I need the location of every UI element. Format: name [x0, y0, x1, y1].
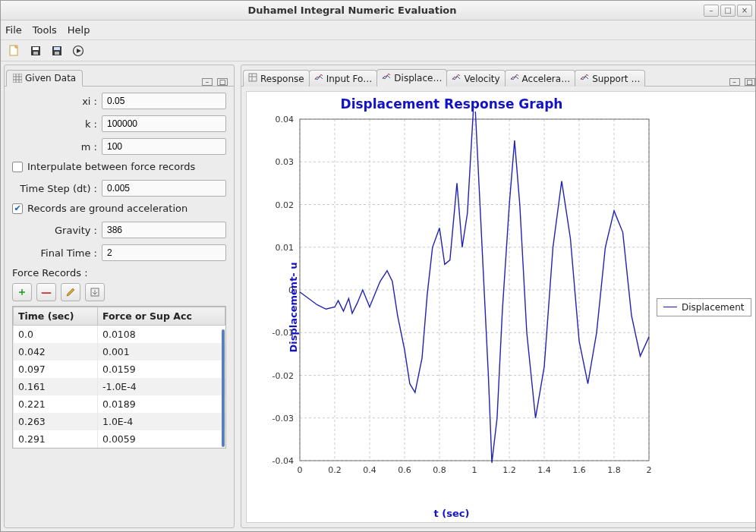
content-area: Given Data – □ xi : k : m : — [1, 61, 755, 531]
table-cell: 0.221 — [14, 395, 98, 413]
save-icon[interactable] — [28, 43, 43, 58]
import-icon — [90, 287, 100, 297]
table-scrollbar[interactable] — [222, 329, 225, 447]
menu-help[interactable]: Help — [68, 24, 90, 36]
gravity-label: Gravity : — [12, 225, 102, 236]
tab-response[interactable]: Response — [243, 70, 310, 87]
svg-text:0.02: 0.02 — [276, 200, 295, 210]
menu-tools[interactable]: Tools — [33, 24, 57, 36]
tab-displace-[interactable]: Displace… — [376, 69, 447, 87]
chart-tab-icon — [314, 73, 323, 84]
final-time-input[interactable] — [102, 244, 226, 261]
given-data-body: xi : k : m : Interpulate between force r… — [5, 87, 234, 527]
tab-support-[interactable]: Support … — [575, 70, 645, 87]
tab-label: Support … — [592, 74, 640, 84]
records-button-row: ＋ — — [12, 283, 226, 301]
tab-label: Response — [260, 74, 304, 84]
chart-tab-icon — [580, 73, 589, 84]
dt-input[interactable] — [102, 180, 226, 197]
maximize-panel-icon[interactable]: □ — [217, 78, 228, 86]
menubar: File Tools Help — [1, 20, 755, 40]
left-tabstrip: Given Data – □ — [5, 65, 234, 87]
ground-accel-label: Records are ground acceleration — [27, 203, 187, 214]
force-records-label: Force Records : — [12, 267, 226, 279]
legend-swatch — [663, 307, 677, 307]
tab-given-data[interactable]: Given Data — [6, 70, 83, 87]
table-cell: 0.291 — [14, 430, 98, 448]
table-cell: 1.0E-4 — [97, 413, 225, 430]
svg-text:0.6: 0.6 — [398, 465, 411, 475]
col-force[interactable]: Force or Sup Acc — [97, 307, 225, 326]
chart-xlabel: t (sec) — [247, 508, 657, 519]
k-label: k : — [12, 118, 102, 130]
table-row[interactable]: 0.0420.001 — [14, 343, 225, 360]
chart-title: Displacement Response Graph — [247, 96, 657, 112]
tab-velocity[interactable]: Velocity — [446, 70, 505, 87]
ground-accel-checkbox[interactable]: ✔ — [12, 203, 23, 214]
tab-given-data-label: Given Data — [25, 73, 76, 83]
svg-text:1.4: 1.4 — [537, 465, 551, 475]
maximize-button[interactable]: □ — [720, 5, 736, 17]
legend-label: Displacement — [682, 302, 745, 313]
pencil-icon — [65, 287, 76, 297]
minimize-panel-icon[interactable]: – — [202, 78, 213, 86]
table-cell: 0.263 — [14, 413, 98, 430]
svg-rect-8 — [13, 74, 22, 83]
dt-label: Time Step (dt) : — [12, 183, 102, 194]
new-file-icon[interactable] — [7, 43, 22, 58]
given-data-panel: Given Data – □ xi : k : m : — [4, 65, 235, 528]
remove-record-button[interactable]: — — [36, 283, 56, 301]
interpolate-checkbox[interactable] — [12, 162, 23, 172]
tab-label: Input Fo… — [326, 74, 373, 84]
import-record-button[interactable] — [85, 283, 105, 301]
table-row[interactable]: 0.2910.0059 — [14, 430, 225, 448]
tab-input-fo-[interactable]: Input Fo… — [309, 70, 378, 87]
xi-input[interactable] — [102, 93, 226, 109]
chart-tab-icon — [248, 73, 257, 84]
k-input[interactable] — [102, 115, 226, 132]
table-row[interactable]: 0.2210.0189 — [14, 395, 225, 413]
maximize-panel-icon[interactable]: □ — [745, 78, 755, 86]
svg-text:-0.03: -0.03 — [272, 414, 294, 423]
table-row[interactable]: 0.00.0108 — [14, 326, 225, 344]
m-input[interactable] — [102, 138, 226, 155]
force-records-table: Time (sec) Force or Sup Acc 0.00.01080.0… — [13, 307, 225, 448]
minimize-button[interactable]: – — [704, 5, 719, 17]
svg-text:0: 0 — [298, 465, 303, 475]
tab-label: Velocity — [464, 74, 499, 84]
col-time[interactable]: Time (sec) — [14, 307, 98, 326]
svg-text:0.01: 0.01 — [276, 243, 295, 253]
table-cell: 0.042 — [14, 343, 98, 360]
table-row[interactable]: 0.161-1.0E-4 — [14, 378, 225, 395]
table-cell: 0.0059 — [97, 430, 225, 448]
chart-panel: ResponseInput Fo…Displace…VelocityAccele… — [241, 65, 756, 528]
table-cell: 0.0 — [14, 326, 98, 344]
interpolate-checkbox-row[interactable]: Interpulate between force records — [12, 161, 226, 172]
svg-rect-6 — [55, 52, 59, 55]
menu-file[interactable]: File — [5, 24, 22, 36]
add-record-button[interactable]: ＋ — [12, 283, 32, 301]
table-cell: 0.0159 — [97, 360, 225, 378]
table-cell: 0.0189 — [97, 395, 225, 413]
table-row[interactable]: 0.2631.0E-4 — [14, 413, 225, 430]
table-row[interactable]: 0.0970.0159 — [14, 360, 225, 378]
titlebar: Duhamel Integral Numeric Evaluation – □ … — [1, 1, 755, 20]
svg-text:1.8: 1.8 — [607, 465, 621, 475]
svg-text:0.2: 0.2 — [328, 465, 342, 475]
svg-rect-3 — [33, 52, 38, 55]
svg-text:1: 1 — [472, 465, 477, 475]
ground-accel-checkbox-row[interactable]: ✔ Records are ground acceleration — [12, 203, 226, 214]
table-header-row: Time (sec) Force or Sup Acc — [14, 307, 225, 326]
interpolate-label: Interpulate between force records — [27, 161, 195, 172]
open-icon[interactable] — [49, 43, 65, 58]
chart-tab-icon — [452, 73, 461, 84]
chart-tab-icon — [510, 73, 519, 84]
window-title: Duhamel Integral Numeric Evaluation — [1, 5, 704, 16]
tab-accelera-[interactable]: Accelera… — [505, 70, 576, 87]
gravity-input[interactable] — [102, 222, 226, 238]
close-button[interactable]: × — [737, 5, 752, 17]
minimize-panel-icon[interactable]: – — [729, 78, 740, 86]
force-records-table-wrap: Time (sec) Force or Sup Acc 0.00.01080.0… — [12, 306, 226, 449]
run-icon[interactable] — [71, 43, 86, 58]
edit-record-button[interactable] — [61, 283, 80, 301]
